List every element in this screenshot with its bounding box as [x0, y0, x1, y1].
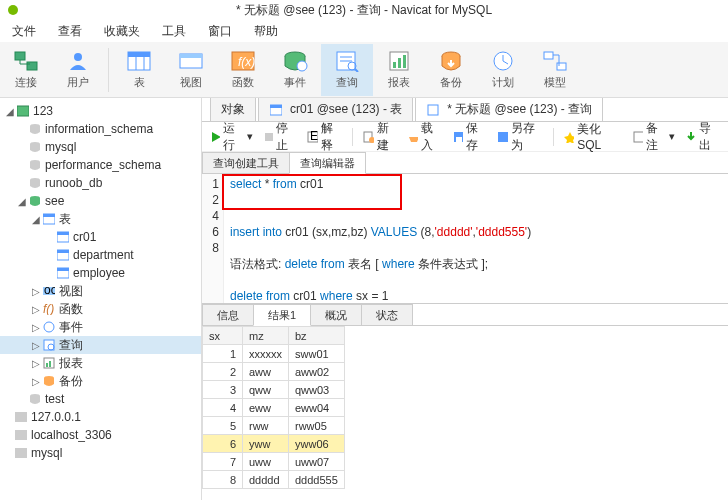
tab-table-cr01[interactable]: cr01 @see (123) - 表: [258, 98, 413, 121]
tree-tables[interactable]: ◢表: [0, 210, 201, 228]
result-tab-profile[interactable]: 概况: [310, 304, 362, 325]
menu-view[interactable]: 查看: [50, 21, 90, 42]
tree-queries[interactable]: ▷查询: [0, 336, 201, 354]
menu-help[interactable]: 帮助: [246, 21, 286, 42]
svg-rect-68: [634, 132, 643, 142]
svg-point-13: [297, 61, 307, 71]
view-icon: oo: [42, 284, 56, 298]
tree-host[interactable]: localhost_3306: [0, 426, 201, 444]
tree-conn-123[interactable]: ◢123: [0, 102, 201, 120]
svg-rect-58: [270, 105, 282, 108]
sql-editor[interactable]: 12468 select * from cr01 insert into cr0…: [202, 174, 728, 304]
svg-rect-51: [49, 361, 51, 367]
ribbon-report[interactable]: 报表: [373, 44, 425, 96]
ribbon-backup[interactable]: 备份: [425, 44, 477, 96]
server-icon: [14, 410, 28, 424]
result-grid[interactable]: sxmzbz 1xxxxxxsww01 2awwaww02 3qwwqww03 …: [202, 326, 728, 500]
tree-db[interactable]: runoob_db: [0, 174, 201, 192]
svg-rect-5: [128, 52, 150, 57]
result-tab-result1[interactable]: 结果1: [253, 304, 311, 326]
title-bar: * 无标题 @see (123) - 查询 - Navicat for MySQ…: [0, 0, 728, 20]
table-row[interactable]: 5rwwrww05: [203, 417, 345, 435]
tab-objects[interactable]: 对象: [210, 98, 256, 121]
tree-db-test[interactable]: test: [0, 390, 201, 408]
db-icon: [28, 194, 42, 208]
load-button[interactable]: 载入: [408, 120, 443, 154]
table-row[interactable]: 4ewweww04: [203, 399, 345, 417]
table-icon: [56, 248, 70, 262]
tree-db[interactable]: information_schema: [0, 120, 201, 138]
ribbon-func[interactable]: f(x)函数: [217, 44, 269, 96]
tree-table-department[interactable]: department: [0, 246, 201, 264]
col-mz[interactable]: mz: [243, 327, 289, 345]
tree-table-cr01[interactable]: cr01: [0, 228, 201, 246]
ribbon-connect[interactable]: 连接: [0, 44, 52, 96]
tree-host[interactable]: mysql: [0, 444, 201, 462]
tree-events[interactable]: ▷事件: [0, 318, 201, 336]
tree-host[interactable]: 127.0.0.1: [0, 408, 201, 426]
tree-db[interactable]: performance_schema: [0, 156, 201, 174]
svg-rect-27: [544, 52, 553, 59]
func-icon: f(): [42, 302, 56, 316]
beautify-button[interactable]: 美化 SQL: [564, 121, 623, 152]
new-button[interactable]: 新建: [363, 120, 398, 154]
backup-icon: [42, 374, 56, 388]
menu-window[interactable]: 窗口: [200, 21, 240, 42]
menu-tool[interactable]: 工具: [154, 21, 194, 42]
ribbon-query[interactable]: 查询: [321, 44, 373, 96]
query-toolbar: 运行 ▾ 停止 E解释 新建 载入 保存 另存为 美化 SQL 备注 ▾ 导出: [202, 122, 728, 152]
table-row[interactable]: 2awwaww02: [203, 363, 345, 381]
tab-query-builder[interactable]: 查询创建工具: [202, 152, 290, 173]
svg-point-46: [44, 322, 54, 332]
save-button[interactable]: 保存: [453, 120, 488, 154]
ribbon-model[interactable]: 模型: [529, 44, 581, 96]
tree-db-see[interactable]: ◢see: [0, 192, 201, 210]
svg-rect-60: [265, 133, 273, 141]
tree-db[interactable]: mysql: [0, 138, 201, 156]
window-title: * 无标题 @see (123) - 查询 - Navicat for MySQ…: [236, 2, 492, 19]
ribbon-user[interactable]: 用户: [52, 44, 104, 96]
table-icon: [42, 212, 56, 226]
ribbon-event[interactable]: 事件: [269, 44, 321, 96]
table-row[interactable]: 1xxxxxxsww01: [203, 345, 345, 363]
svg-line-18: [355, 69, 358, 72]
run-button[interactable]: 运行 ▾: [210, 120, 253, 154]
code-area[interactable]: select * from cr01 insert into cr01 (sx,…: [224, 174, 728, 303]
ribbon-separator: [108, 48, 109, 92]
ribbon-plan[interactable]: 计划: [477, 44, 529, 96]
event-icon: [42, 320, 56, 334]
table-row[interactable]: 8ddddddddd555: [203, 471, 345, 489]
result-tab-status[interactable]: 状态: [361, 304, 413, 325]
tree-table-employee[interactable]: employee: [0, 264, 201, 282]
line-gutter: 12468: [202, 174, 224, 303]
db-icon: [28, 122, 42, 136]
tab-query-untitled[interactable]: * 无标题 @see (123) - 查询: [415, 98, 603, 121]
table-row[interactable]: 7uwwuww07: [203, 453, 345, 471]
tree-views[interactable]: ▷oo视图: [0, 282, 201, 300]
separator: [553, 128, 554, 146]
server-icon: [14, 428, 28, 442]
menu-file[interactable]: 文件: [4, 21, 44, 42]
ribbon-table[interactable]: 表: [113, 44, 165, 96]
explain-button[interactable]: E解释: [307, 120, 342, 154]
svg-rect-36: [43, 214, 55, 217]
table-row[interactable]: 6ywwyww06: [203, 435, 345, 453]
ribbon-view[interactable]: 视图: [165, 44, 217, 96]
svg-rect-67: [498, 132, 508, 142]
stop-button[interactable]: 停止: [263, 120, 298, 154]
svg-rect-56: [15, 448, 27, 458]
tree-backups[interactable]: ▷备份: [0, 372, 201, 390]
menu-fav[interactable]: 收藏夹: [96, 21, 148, 42]
tree-funcs[interactable]: ▷f()函数: [0, 300, 201, 318]
col-bz[interactable]: bz: [289, 327, 345, 345]
tree-reports[interactable]: ▷报表: [0, 354, 201, 372]
export-button[interactable]: 导出: [685, 120, 720, 154]
table-row[interactable]: 3qwwqww03: [203, 381, 345, 399]
tab-query-editor[interactable]: 查询编辑器: [289, 152, 366, 174]
result-tab-info[interactable]: 信息: [202, 304, 254, 325]
saveas-button[interactable]: 另存为: [497, 120, 542, 154]
svg-rect-40: [57, 250, 69, 253]
col-sx[interactable]: sx: [203, 327, 243, 345]
note-button[interactable]: 备注 ▾: [633, 120, 676, 154]
db-icon: [28, 176, 42, 190]
